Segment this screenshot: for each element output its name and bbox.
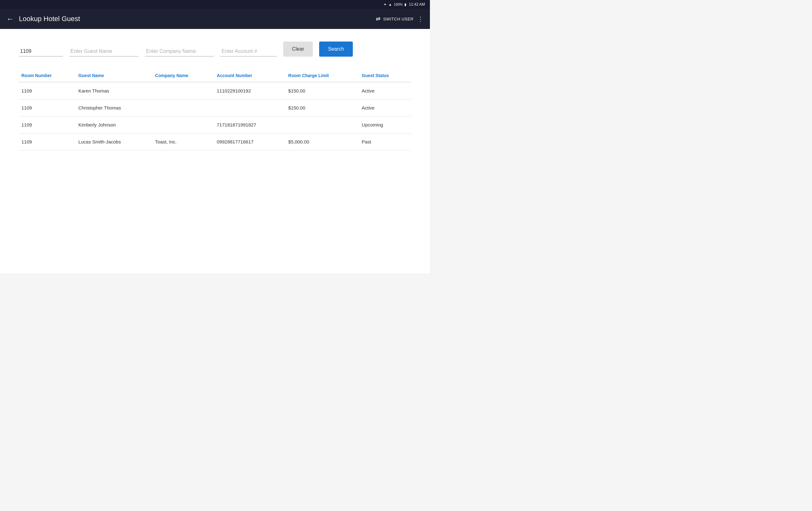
search-row: Clear Search [19,41,411,57]
cell-guest-status: Active [359,99,411,116]
wifi-icon: ▲ [388,2,392,6]
app-bar: ← Lookup Hotel Guest ⇌ SWITCH USER ⋮ [0,9,430,29]
account-number-input[interactable] [220,47,277,57]
table-row[interactable]: 1109Christopher Thomas$150.00Active [19,99,411,116]
table-row[interactable]: 1109Kimberly Johnson717181871991827Upcom… [19,116,411,133]
switch-user-icon: ⇌ [376,16,381,22]
room-number-input[interactable] [19,47,63,57]
cell-room-charge-limit: $150.00 [286,82,359,99]
search-button[interactable]: Search [319,41,353,57]
col-company-name: Company Name [153,69,214,82]
status-time: 11:42 AM [409,2,425,7]
cell-guest-status: Active [359,82,411,99]
table-header: Room Number Guest Name Company Name Acco… [19,69,411,82]
cell-company-name [153,99,214,116]
company-name-field [145,47,214,57]
table-header-row: Room Number Guest Name Company Name Acco… [19,69,411,82]
main-content: Clear Search Room Number Guest Name Comp… [0,29,430,273]
cell-room-number: 1109 [19,116,76,133]
col-account-number: Account Number [214,69,286,82]
switch-user-button[interactable]: ⇌ SWITCH USER [376,16,413,22]
battery-icon: ▮ [404,2,406,7]
cell-guest-status: Past [359,133,411,150]
battery-level: 100% [394,2,403,6]
cell-guest-name: Christopher Thomas [76,99,153,116]
cell-guest-status: Upcoming [359,116,411,133]
cell-account-number: 09928817716617 [214,133,286,150]
col-guest-status: Guest Status [359,69,411,82]
guest-name-input[interactable] [69,47,139,57]
table-row[interactable]: 1109Karen Thomas1110229100192$150.00Acti… [19,82,411,99]
cell-account-number [214,99,286,116]
cell-guest-name: Karen Thomas [76,82,153,99]
col-guest-name: Guest Name [76,69,153,82]
cell-account-number: 717181871991827 [214,116,286,133]
guest-name-field [69,47,139,57]
results-table: Room Number Guest Name Company Name Acco… [19,69,411,150]
cell-room-number: 1109 [19,99,76,116]
table-row[interactable]: 1109Lucas Smith-JacobsToast, Inc.0992881… [19,133,411,150]
switch-user-label: SWITCH USER [383,17,414,21]
cell-company-name [153,82,214,99]
cell-account-number: 1110229100192 [214,82,286,99]
cell-company-name: Toast, Inc. [153,133,214,150]
cell-room-number: 1109 [19,133,76,150]
status-bar: ✦ ▲ 100% ▮ 11:42 AM [0,0,430,9]
page-title: Lookup Hotel Guest [19,15,376,23]
cell-guest-name: Lucas Smith-Jacobs [76,133,153,150]
menu-dots-button[interactable]: ⋮ [417,15,424,23]
cell-room-charge-limit: $150.00 [286,99,359,116]
cell-room-charge-limit: $5,000.00 [286,133,359,150]
cell-room-number: 1109 [19,82,76,99]
cell-company-name [153,116,214,133]
cell-room-charge-limit [286,116,359,133]
col-room-number: Room Number [19,69,76,82]
cell-guest-name: Kimberly Johnson [76,116,153,133]
account-number-field [220,47,277,57]
back-icon: ← [6,14,14,23]
col-room-charge-limit: Room Charge Limit [286,69,359,82]
company-name-input[interactable] [145,47,214,57]
back-button[interactable]: ← [6,14,14,23]
room-number-field [19,47,63,57]
table-body: 1109Karen Thomas1110229100192$150.00Acti… [19,82,411,150]
clear-button[interactable]: Clear [283,41,313,57]
bluetooth-icon: ✦ [384,2,386,7]
